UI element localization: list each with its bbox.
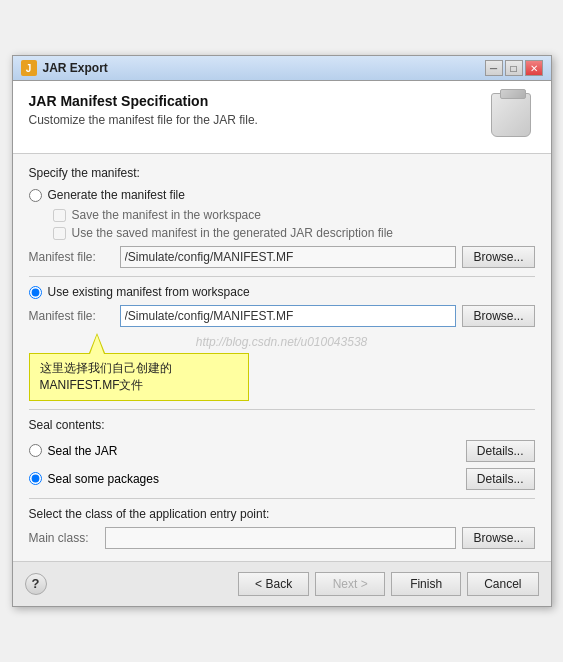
divider-2 — [29, 409, 535, 410]
entry-point-label: Select the class of the application entr… — [29, 507, 535, 521]
use-saved-checkbox[interactable] — [53, 227, 66, 240]
seal-jar-left: Seal the JAR — [29, 444, 118, 458]
manifest-file-input-2[interactable] — [120, 305, 457, 327]
main-class-label: Main class: — [29, 531, 99, 545]
page-title: JAR Manifest Specification — [29, 93, 258, 109]
minimize-button[interactable]: ─ — [485, 60, 503, 76]
save-workspace-row: Save the manifest in the workspace — [53, 208, 535, 222]
jar-icon-container — [487, 93, 535, 141]
save-workspace-checkbox[interactable] — [53, 209, 66, 222]
generate-sub-options: Save the manifest in the workspace Use t… — [53, 208, 535, 240]
seal-contents-label: Seal contents: — [29, 418, 535, 432]
entry-point-section: Select the class of the application entr… — [29, 507, 535, 549]
footer: ? < Back Next > Finish Cancel — [13, 561, 551, 606]
generate-manifest-option: Generate the manifest file — [29, 188, 535, 202]
close-button[interactable]: ✕ — [525, 60, 543, 76]
main-class-input[interactable] — [105, 527, 457, 549]
title-bar-left: J JAR Export — [21, 60, 108, 76]
seal-jar-label: Seal the JAR — [48, 444, 118, 458]
seal-packages-label: Seal some packages — [48, 472, 159, 486]
use-saved-row: Use the saved manifest in the generated … — [53, 226, 535, 240]
divider-3 — [29, 498, 535, 499]
seal-jar-details-button[interactable]: Details... — [466, 440, 535, 462]
title-bar-buttons: ─ □ ✕ — [485, 60, 543, 76]
main-class-row: Main class: Browse... — [29, 527, 535, 549]
generate-manifest-radio[interactable] — [29, 189, 42, 202]
manifest-file-label-1: Manifest file: — [29, 250, 114, 264]
seal-packages-radio[interactable] — [29, 472, 42, 485]
tooltip-box: 这里选择我们自己创建的MANIFEST.MF文件 — [29, 353, 249, 401]
back-button[interactable]: < Back — [238, 572, 309, 596]
footer-left: ? — [25, 573, 47, 595]
browse-button-3[interactable]: Browse... — [462, 527, 534, 549]
seal-jar-radio[interactable] — [29, 444, 42, 457]
browse-button-1[interactable]: Browse... — [462, 246, 534, 268]
save-workspace-label: Save the manifest in the workspace — [72, 208, 261, 222]
manifest-file-label-2: Manifest file: — [29, 309, 114, 323]
next-button[interactable]: Next > — [315, 572, 385, 596]
seal-packages-details-button[interactable]: Details... — [466, 468, 535, 490]
title-bar: J JAR Export ─ □ ✕ — [13, 56, 551, 81]
browse-button-2[interactable]: Browse... — [462, 305, 534, 327]
specify-manifest-label: Specify the manifest: — [29, 166, 535, 180]
header-text: JAR Manifest Specification Customize the… — [29, 93, 258, 127]
seal-packages-left: Seal some packages — [29, 472, 159, 486]
use-existing-radio[interactable] — [29, 286, 42, 299]
footer-right: < Back Next > Finish Cancel — [238, 572, 538, 596]
use-saved-label: Use the saved manifest in the generated … — [72, 226, 394, 240]
tooltip-container: 这里选择我们自己创建的MANIFEST.MF文件 — [29, 353, 535, 401]
window-title: JAR Export — [43, 61, 108, 75]
help-button[interactable]: ? — [25, 573, 47, 595]
use-existing-option: Use existing manifest from workspace — [29, 285, 535, 299]
generate-manifest-label: Generate the manifest file — [48, 188, 185, 202]
divider-1 — [29, 276, 535, 277]
restore-button[interactable]: □ — [505, 60, 523, 76]
manifest-file-input-1[interactable] — [120, 246, 457, 268]
header-panel: JAR Manifest Specification Customize the… — [13, 81, 551, 154]
tooltip-arrow-inner — [90, 335, 104, 354]
manifest-file-row-2: Manifest file: Browse... — [29, 305, 535, 327]
jar-title-icon: J — [21, 60, 37, 76]
cancel-button[interactable]: Cancel — [467, 572, 538, 596]
seal-jar-row: Seal the JAR Details... — [29, 440, 535, 462]
jar-file-icon — [491, 93, 531, 137]
content-area: Specify the manifest: Generate the manif… — [13, 154, 551, 561]
use-existing-label: Use existing manifest from workspace — [48, 285, 250, 299]
jar-export-window: J JAR Export ─ □ ✕ JAR Manifest Specific… — [12, 55, 552, 607]
manifest-file-row-1: Manifest file: Browse... — [29, 246, 535, 268]
page-subtitle: Customize the manifest file for the JAR … — [29, 113, 258, 127]
seal-packages-row: Seal some packages Details... — [29, 468, 535, 490]
finish-button[interactable]: Finish — [391, 572, 461, 596]
